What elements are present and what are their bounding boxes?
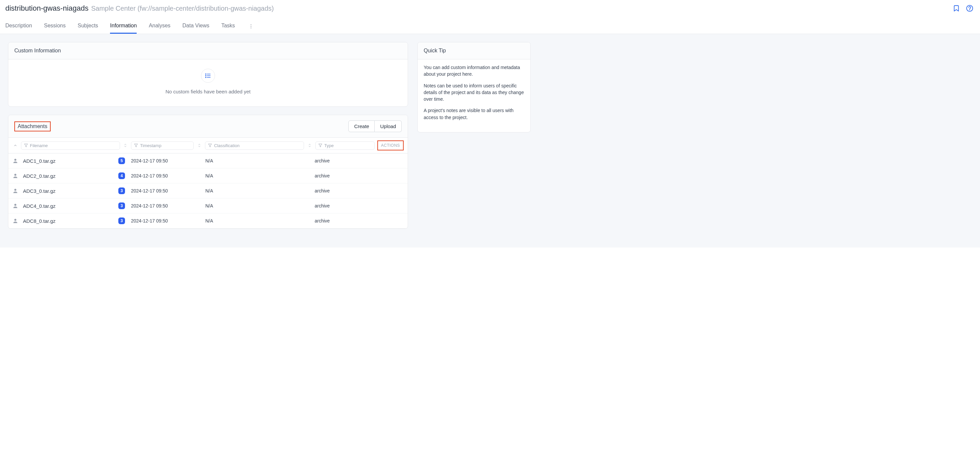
person-icon (12, 173, 18, 179)
svg-point-9 (206, 75, 206, 76)
count-badge: 3 (118, 217, 125, 224)
svg-point-3 (251, 26, 251, 27)
tabs-bar: DescriptionSessionsSubjectsInformationAn… (0, 19, 980, 34)
main-column: Custom Information No custom fields have… (8, 42, 408, 229)
filter-timestamp[interactable]: Timestamp (131, 142, 194, 150)
classification: N/A (205, 203, 312, 209)
filter-type[interactable]: Type (315, 142, 375, 150)
svg-point-17 (14, 189, 16, 191)
svg-point-8 (206, 74, 206, 74)
person-icon (12, 188, 18, 194)
filename: ADC3_0.tar.gz (23, 188, 56, 194)
col-type-label: Type (325, 143, 334, 148)
quick-tip-paragraph: You can add custom information and metad… (424, 64, 524, 78)
upload-button[interactable]: Upload (375, 120, 402, 132)
attachments-rows: ADC1_0.tar.gz52024-12-17 09:50N/Aarchive… (8, 153, 408, 228)
bookmark-icon[interactable] (953, 5, 960, 12)
filter-classification[interactable]: Classification (205, 142, 304, 150)
filter-filename[interactable]: Filename (21, 142, 120, 150)
filter-icon (134, 144, 138, 147)
classification: N/A (205, 218, 312, 223)
side-column: Quick Tip You can add custom information… (417, 42, 531, 132)
tab-analyses[interactable]: Analyses (149, 19, 170, 34)
col-actions-label: ACTIONS (381, 143, 400, 148)
svg-point-18 (14, 204, 16, 206)
count-badge: 3 (118, 203, 125, 209)
tab-data-views[interactable]: Data Views (182, 19, 209, 34)
tab-sessions[interactable]: Sessions (44, 19, 66, 34)
timestamp: 2024-12-17 09:50 (131, 188, 203, 193)
filter-icon (24, 144, 28, 147)
col-classification-label: Classification (214, 143, 240, 148)
table-row[interactable]: ADC4_0.tar.gz32024-12-17 09:50N/Aarchive (8, 198, 408, 214)
header-actions (953, 5, 975, 12)
svg-point-10 (206, 77, 206, 78)
filename: ADC8_0.tar.gz (23, 218, 56, 224)
attachments-header: Attachments Create Upload (8, 115, 408, 138)
filter-icon (318, 144, 322, 147)
col-timestamp-label: Timestamp (140, 143, 161, 148)
col-filename-label: Filename (30, 143, 48, 148)
col-actions-highlight: ACTIONS (377, 140, 404, 150)
help-icon[interactable] (966, 5, 973, 12)
attachments-buttons: Create Upload (348, 120, 402, 132)
custom-info-empty: No custom fields have been added yet (8, 59, 408, 107)
quick-tip-body: You can add custom information and metad… (418, 59, 530, 132)
svg-marker-11 (24, 144, 28, 147)
count-badge: 4 (118, 172, 125, 179)
timestamp: 2024-12-17 09:50 (131, 158, 203, 163)
svg-point-19 (14, 219, 16, 221)
person-icon (12, 158, 18, 164)
content-area: Custom Information No custom fields have… (0, 34, 980, 247)
quick-tip-panel: Quick Tip You can add custom information… (417, 42, 531, 132)
timestamp: 2024-12-17 09:50 (131, 218, 203, 223)
table-row[interactable]: ADC3_0.tar.gz32024-12-17 09:50N/Aarchive (8, 183, 408, 198)
tab-information[interactable]: Information (110, 19, 137, 34)
page-header: distribution-gwas-niagads Sample Center … (0, 0, 980, 19)
filename: ADC4_0.tar.gz (23, 203, 56, 209)
classification: N/A (205, 158, 312, 163)
type: archive (315, 203, 375, 209)
svg-point-1 (970, 10, 970, 10)
person-icon (12, 218, 18, 224)
svg-marker-13 (208, 144, 212, 147)
sort-icon[interactable] (196, 142, 202, 150)
tab-subjects[interactable]: Subjects (78, 19, 98, 34)
custom-info-panel: Custom Information No custom fields have… (8, 42, 408, 107)
sort-icon[interactable] (123, 142, 129, 150)
timestamp: 2024-12-17 09:50 (131, 173, 203, 179)
svg-marker-12 (134, 144, 138, 147)
project-title: distribution-gwas-niagads (5, 4, 88, 13)
table-row[interactable]: ADC1_0.tar.gz52024-12-17 09:50N/Aarchive (8, 153, 408, 169)
count-badge: 3 (118, 187, 125, 194)
table-row[interactable]: ADC2_0.tar.gz42024-12-17 09:50N/Aarchive (8, 169, 408, 183)
header-title-group: distribution-gwas-niagads Sample Center … (5, 4, 274, 13)
project-subtitle: Sample Center (fw://sample-center/distri… (91, 5, 274, 12)
filename: ADC2_0.tar.gz (23, 173, 56, 179)
sort-icon[interactable] (307, 142, 313, 150)
type: archive (315, 173, 375, 179)
tab-more-icon[interactable] (247, 22, 255, 30)
type: archive (315, 218, 375, 223)
tab-tasks[interactable]: Tasks (221, 19, 235, 34)
tab-description[interactable]: Description (5, 19, 32, 34)
person-icon (12, 203, 18, 209)
attachments-column-header: Filename Timestamp Classification (8, 138, 408, 153)
svg-point-16 (14, 174, 16, 176)
attachments-title: Attachments (18, 123, 47, 129)
list-icon (201, 69, 215, 83)
type: archive (315, 188, 375, 193)
custom-info-title: Custom Information (8, 42, 408, 59)
svg-point-2 (251, 24, 251, 25)
quick-tip-paragraph: Notes can be used to inform users of spe… (424, 82, 524, 103)
filename: ADC1_0.tar.gz (23, 158, 56, 164)
sort-icon[interactable] (12, 142, 18, 150)
create-button[interactable]: Create (348, 120, 375, 132)
table-row[interactable]: ADC8_0.tar.gz32024-12-17 09:50N/Aarchive (8, 214, 408, 228)
timestamp: 2024-12-17 09:50 (131, 203, 203, 209)
type: archive (315, 158, 375, 163)
attachments-panel: Attachments Create Upload Filename (8, 115, 408, 229)
classification: N/A (205, 173, 312, 179)
svg-point-4 (251, 27, 251, 28)
quick-tip-title: Quick Tip (418, 42, 530, 59)
